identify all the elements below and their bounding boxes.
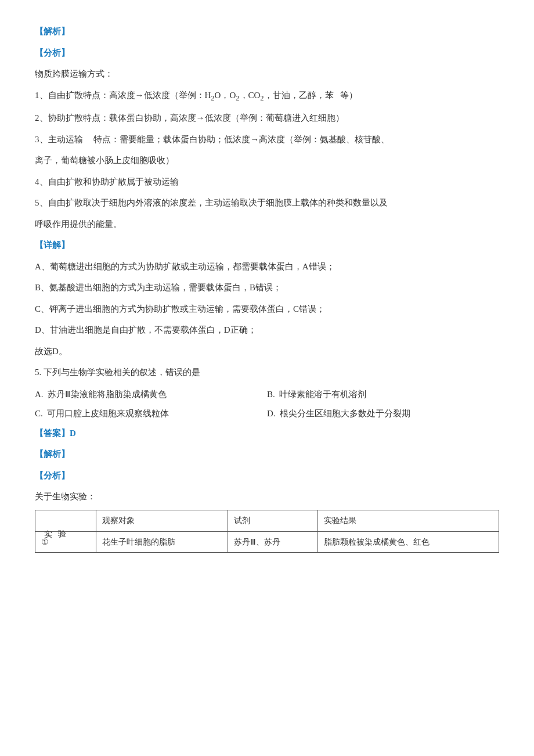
fenxi-label-2: 【分析】 bbox=[35, 467, 499, 484]
table-row-1: ① 花生子叶细胞的脂肪 苏丹Ⅲ、苏丹 脂肪颗粒被染成橘黄色、红色 bbox=[35, 531, 499, 553]
point-4: 4、自由扩散和协助扩散属于被动运输 bbox=[35, 174, 499, 190]
explain-c: C、钾离子进出细胞的方式为协助扩散或主动运输，需要载体蛋白，C错误； bbox=[35, 301, 499, 318]
explain-d: D、甘油进出细胞是自由扩散，不需要载体蛋白，D正确； bbox=[35, 322, 499, 339]
point-5b: 呼吸作用提供的能量。 bbox=[35, 216, 499, 233]
table-header-row: 实验 观察对象 试剂 实验结果 bbox=[35, 510, 499, 531]
col-shiji: 试剂 bbox=[228, 510, 317, 531]
fenxi-label-1: 【分析】 bbox=[35, 45, 499, 62]
intro-text: 物质跨膜运输方式： bbox=[35, 66, 499, 82]
answer-5: 【答案】D bbox=[35, 425, 499, 442]
options-row-1: A. 苏丹Ⅲ染液能将脂肪染成橘黄色 B. 叶绿素能溶于有机溶剂 bbox=[35, 387, 499, 402]
options-row-2: C. 可用口腔上皮细胞来观察线粒体 D. 根尖分生区细胞大多数处于分裂期 bbox=[35, 406, 499, 422]
point-3a: 3、主动运输 特点：需要能量；载体蛋白协助；低浓度→高浓度（举例：氨基酸、核苷酸… bbox=[35, 131, 499, 148]
bio-experiment-intro: 关于生物实验： bbox=[35, 488, 499, 505]
col-jieguo: 实验结果 bbox=[317, 510, 499, 531]
option-b: B. 叶绿素能溶于有机溶剂 bbox=[267, 387, 499, 402]
conclusion: 故选D。 bbox=[35, 343, 499, 360]
row1-num: ① bbox=[35, 531, 96, 553]
row1-object: 花生子叶细胞的脂肪 bbox=[96, 531, 228, 553]
experiment-table: 实验 观察对象 试剂 实验结果 ① 花生子叶细胞的脂肪 苏丹Ⅲ、苏丹 脂肪颗粒被… bbox=[35, 510, 499, 553]
page-container: 【解析】 【分析】 物质跨膜运输方式： 1、自由扩散特点：高浓度→低浓度（举例：… bbox=[35, 23, 499, 553]
question-5: 5. 下列与生物学实验相关的叙述，错误的是 bbox=[35, 364, 499, 381]
row1-reagent: 苏丹Ⅲ、苏丹 bbox=[228, 531, 317, 553]
jiexi-label-1: 【解析】 bbox=[35, 23, 499, 40]
option-c: C. 可用口腔上皮细胞来观察线粒体 bbox=[35, 406, 267, 422]
explain-b: B、氨基酸进出细胞的方式为主动运输，需要载体蛋白，B错误； bbox=[35, 279, 499, 296]
point-5a: 5、自由扩散取决于细胞内外溶液的浓度差，主动运输取决于细胞膜上载体的种类和数量以… bbox=[35, 195, 499, 211]
point-2: 2、协助扩散特点：载体蛋白协助，高浓度→低浓度（举例：葡萄糖进入红细胞） bbox=[35, 110, 499, 127]
explain-a: A、葡萄糖进出细胞的方式为协助扩散或主动运输，都需要载体蛋白，A错误； bbox=[35, 258, 499, 275]
option-d: D. 根尖分生区细胞大多数处于分裂期 bbox=[267, 406, 499, 422]
point-3b: 离子，葡萄糖被小肠上皮细胞吸收） bbox=[35, 152, 499, 169]
col-guancha: 观察对象 bbox=[96, 510, 228, 531]
jiexi-label-2: 【解析】 bbox=[35, 446, 499, 463]
col-shiyan: 实验 bbox=[35, 510, 96, 531]
point-1: 1、自由扩散特点：高浓度→低浓度（举例：H2O，O2，CO2，甘油，乙醇，苯 等… bbox=[35, 87, 499, 106]
option-a: A. 苏丹Ⅲ染液能将脂肪染成橘黄色 bbox=[35, 387, 267, 402]
xiangjie-label: 【详解】 bbox=[35, 237, 499, 254]
row1-result: 脂肪颗粒被染成橘黄色、红色 bbox=[317, 531, 499, 553]
